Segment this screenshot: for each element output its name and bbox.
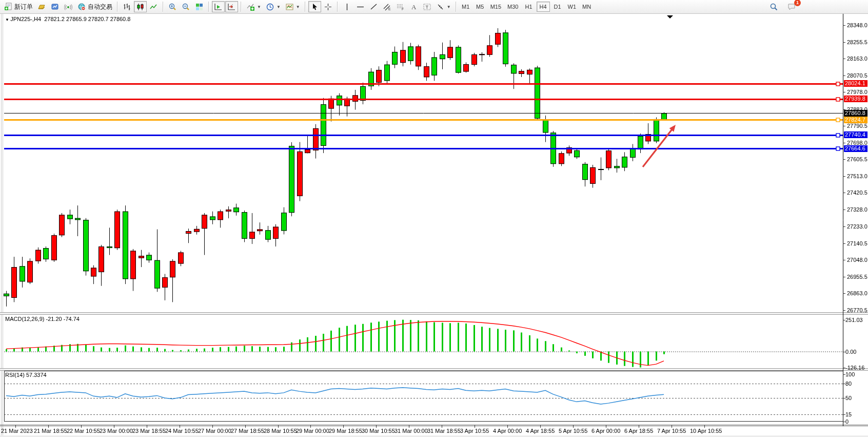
fibonacci-button[interactable]: F — [394, 1, 407, 12]
period-clock-icon — [266, 3, 274, 11]
vertical-line-icon — [343, 3, 351, 11]
svg-text:E: E — [388, 7, 391, 11]
autotrading-label: 自动交易 — [88, 3, 112, 11]
autotrading-icon — [77, 3, 86, 11]
channel-icon: E — [383, 3, 391, 11]
autotrading-button[interactable]: 自动交易 — [75, 1, 114, 12]
notifications-button[interactable]: 1 — [785, 1, 798, 12]
indicators-button[interactable]: ▼ — [244, 1, 263, 12]
timeframe-m1-button[interactable]: M1 — [459, 2, 472, 12]
timeframe-mn-button[interactable]: MN — [580, 2, 594, 12]
separator — [337, 2, 338, 12]
timeframe-h1-button[interactable]: H1 — [522, 2, 536, 12]
chevron-down-icon: ▼ — [296, 5, 300, 9]
bar-chart-icon — [123, 3, 131, 11]
period-clock-button[interactable]: ▼ — [264, 1, 283, 12]
fibonacci-icon: F — [396, 3, 405, 11]
tile-windows-icon — [195, 3, 204, 11]
cursor-button[interactable] — [308, 1, 321, 12]
text-label-button[interactable]: A — [407, 1, 420, 12]
svg-text:A: A — [411, 3, 417, 11]
mt4-window: 新订单 自动交易 — [0, 0, 868, 437]
timeframe-m5-button[interactable]: M5 — [474, 2, 487, 12]
chart-shift-button[interactable] — [225, 1, 238, 12]
zoom-out-button[interactable] — [180, 1, 192, 12]
crosshair-icon — [324, 3, 332, 11]
bar-chart-button[interactable] — [121, 1, 133, 12]
trend-line-button[interactable] — [367, 1, 380, 12]
svg-text:T: T — [425, 5, 428, 10]
new-order-icon — [4, 3, 13, 11]
text-label-icon: A — [409, 3, 418, 11]
indicators-icon — [246, 3, 255, 11]
cursor-icon — [310, 3, 319, 11]
channel-button[interactable]: E — [381, 1, 393, 12]
chevron-down-icon: ▼ — [277, 5, 281, 9]
terminal-button[interactable] — [49, 1, 62, 12]
terminal-icon — [51, 3, 60, 11]
notification-badge: 1 — [794, 0, 801, 6]
trend-line-icon — [369, 3, 378, 11]
template-icon — [285, 3, 294, 11]
timeframe-group: M1M5M15M30H1H4D1W1MN — [459, 2, 594, 12]
text-box-button[interactable]: T — [421, 1, 433, 12]
line-chart-button[interactable] — [147, 1, 160, 12]
horizontal-line-button[interactable] — [354, 1, 367, 12]
signals-icon — [64, 3, 73, 11]
zoom-out-icon — [182, 3, 190, 11]
candlestick-button[interactable] — [134, 1, 147, 12]
timeframe-h4-button[interactable]: H4 — [537, 2, 550, 12]
chevron-down-icon: ▼ — [447, 5, 451, 9]
chart-canvas[interactable] — [0, 0, 868, 437]
vertical-line-button[interactable] — [341, 1, 353, 12]
line-chart-icon — [149, 3, 158, 11]
separator — [241, 2, 242, 12]
tile-windows-button[interactable] — [193, 1, 206, 12]
chevron-down-icon: ▼ — [257, 5, 261, 9]
separator — [117, 2, 118, 12]
auto-scroll-button[interactable] — [212, 1, 225, 12]
crosshair-button[interactable] — [322, 1, 334, 12]
template-button[interactable]: ▼ — [283, 1, 302, 12]
horizontal-line-icon — [356, 3, 365, 11]
shapes-button[interactable]: ▼ — [434, 1, 453, 12]
toolbar: 新订单 自动交易 — [0, 0, 868, 14]
separator — [305, 2, 306, 12]
search-icon — [770, 3, 778, 11]
new-order-label: 新订单 — [14, 3, 33, 11]
timeframe-m30-button[interactable]: M30 — [505, 2, 521, 12]
timeframe-w1-button[interactable]: W1 — [565, 2, 579, 12]
shapes-icon — [436, 3, 445, 11]
signals-button[interactable] — [62, 1, 75, 12]
text-box-icon: T — [423, 3, 431, 11]
candlestick-icon — [136, 3, 145, 11]
timeframe-m15-button[interactable]: M15 — [488, 2, 504, 12]
auto-scroll-icon — [214, 3, 223, 11]
separator — [456, 2, 457, 12]
chart-shift-icon — [227, 3, 236, 11]
profiles-button[interactable] — [35, 1, 48, 12]
profiles-icon — [37, 3, 46, 11]
zoom-in-icon — [168, 3, 177, 11]
separator — [163, 2, 164, 12]
search-button[interactable] — [767, 1, 780, 12]
zoom-in-button[interactable] — [166, 1, 179, 12]
toolbar-right: 1 — [767, 1, 798, 12]
svg-text:F: F — [402, 7, 404, 11]
separator — [208, 2, 209, 12]
timeframe-d1-button[interactable]: D1 — [551, 2, 564, 12]
new-order-button[interactable]: 新订单 — [2, 1, 35, 12]
